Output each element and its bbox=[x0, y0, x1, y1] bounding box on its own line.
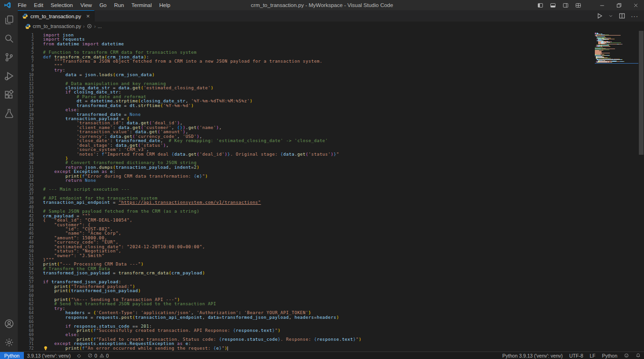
code-line[interactable]: 34 return None bbox=[18, 178, 644, 182]
code-line[interactable]: 23 'transaction_value': data.get('amount… bbox=[18, 130, 644, 134]
scrollbar-thumb[interactable] bbox=[639, 31, 644, 155]
explorer-icon[interactable] bbox=[0, 10, 18, 29]
settings-gear-icon[interactable] bbox=[0, 333, 18, 352]
tab-close-icon[interactable]: × bbox=[86, 13, 90, 19]
code-line[interactable]: 53print("--- Processing CRM Data ---") bbox=[18, 262, 644, 266]
line-number[interactable]: 72 bbox=[18, 346, 34, 351]
code-line[interactable]: 42crm_payload = """ bbox=[18, 214, 644, 218]
eol-status[interactable]: LF bbox=[586, 352, 599, 359]
code-line[interactable]: 19 transformed_date = None bbox=[18, 112, 644, 116]
code-line[interactable]: 3from datetime import datetime bbox=[18, 42, 644, 46]
code-line[interactable]: 14 if closing_date_str: bbox=[18, 90, 644, 94]
code-line[interactable]: 50 "status": "Negotiation", bbox=[18, 249, 644, 253]
menu-selection[interactable]: Selection bbox=[47, 0, 76, 10]
code-line[interactable]: 7 """Transforms a JSON object fetched fr… bbox=[18, 59, 644, 64]
problems-status[interactable]: 0 0 bbox=[84, 352, 112, 359]
code-line[interactable]: 24 'currency': data.get('currency_code',… bbox=[18, 134, 644, 138]
code-line[interactable]: 63 try: bbox=[18, 306, 644, 310]
code-line[interactable]: 65 response = requests.post(transaction_… bbox=[18, 315, 644, 319]
code-line[interactable]: 1import json bbox=[18, 33, 644, 37]
interpreter-status[interactable]: 3.9.13 ('venv': venv) bbox=[24, 352, 74, 359]
code-line[interactable]: 30 # Convert transformed dictionary to J… bbox=[18, 161, 644, 165]
code-line[interactable]: 68 print(f"Successfully created transact… bbox=[18, 328, 644, 332]
code-line[interactable]: 8 """ bbox=[18, 64, 644, 68]
code-line[interactable]: 49 "estimated_closing_date": "2024-12-20… bbox=[18, 244, 644, 249]
code-line[interactable]: 32 except Exception as e: bbox=[18, 170, 644, 174]
more-actions-icon[interactable]: ··· bbox=[631, 13, 638, 20]
code-line[interactable]: 22 'client_name': data.get('customer', {… bbox=[18, 125, 644, 129]
code-line[interactable]: 57if transformed_json_payload: bbox=[18, 280, 644, 284]
run-python-file-icon[interactable] bbox=[596, 13, 603, 19]
restore-icon[interactable] bbox=[610, 0, 627, 10]
code-line[interactable]: 56 bbox=[18, 275, 644, 280]
code-line[interactable]: 27 'source_system': 'CRM_v3', bbox=[18, 147, 644, 151]
toggle-sidebar-icon[interactable] bbox=[537, 2, 543, 8]
breadcrumb-more[interactable]: ... bbox=[98, 23, 102, 29]
code-line[interactable]: 29 } bbox=[18, 156, 644, 160]
code-line[interactable]: 60 bbox=[18, 293, 644, 297]
code-line[interactable]: 35 bbox=[18, 183, 644, 187]
accounts-icon[interactable] bbox=[0, 314, 18, 333]
code-line[interactable]: 59 print(transformed_json_payload) bbox=[18, 288, 644, 293]
lightbulb-icon[interactable] bbox=[44, 346, 48, 351]
code-line[interactable]: 67 if response.status_code == 201: bbox=[18, 324, 644, 328]
code-line[interactable]: 47 "amount": 15000.00, bbox=[18, 236, 644, 240]
search-icon[interactable] bbox=[0, 29, 18, 48]
code-line[interactable]: 17 transformed_date = dt.strftime('%Y-%m… bbox=[18, 103, 644, 108]
toggle-panel-icon[interactable] bbox=[550, 2, 556, 8]
code-line[interactable]: 18 else: bbox=[18, 108, 644, 112]
menu-terminal[interactable]: Terminal bbox=[128, 0, 155, 10]
code-line[interactable]: 48 "currency_code": "EUR", bbox=[18, 240, 644, 244]
code-line[interactable]: 70 print(f"Failed to create transaction.… bbox=[18, 337, 644, 341]
code-line[interactable]: 38# API endpoint for the transaction sys… bbox=[18, 196, 644, 200]
menu-help[interactable]: Help bbox=[155, 0, 174, 10]
breadcrumb-file[interactable]: crm_to_transaction.py bbox=[25, 23, 81, 29]
code-line[interactable]: 69 else: bbox=[18, 333, 644, 337]
menu-view[interactable]: View bbox=[77, 0, 96, 10]
code-line[interactable]: 20 transaction_payload = { bbox=[18, 116, 644, 121]
language-mode-status[interactable]: Python bbox=[599, 352, 621, 359]
code-line[interactable]: 40 bbox=[18, 205, 644, 209]
code-line[interactable]: 31 return json.dumps(transaction_payload… bbox=[18, 165, 644, 169]
code-line[interactable]: 11 bbox=[18, 77, 644, 81]
minimap[interactable] bbox=[595, 31, 638, 64]
code-line[interactable]: 5# Function to transform CRM data for tr… bbox=[18, 50, 644, 55]
code-line[interactable]: 52}""" bbox=[18, 258, 644, 262]
code-line[interactable]: 15 # Parse date and reformat bbox=[18, 94, 644, 99]
code-line[interactable]: 12 # Data manipulation and key renaming bbox=[18, 81, 644, 86]
code-line[interactable]: 39transaction_api_endpoint = "https://ap… bbox=[18, 201, 644, 205]
tab-crm-to-transaction[interactable]: crm_to_transaction.py × bbox=[18, 10, 95, 22]
run-and-debug-icon[interactable] bbox=[0, 66, 18, 85]
code-line[interactable]: 46 "name": "Acme Corp", bbox=[18, 231, 644, 236]
split-editor-icon[interactable] bbox=[619, 13, 625, 19]
code-line[interactable]: 28 'notes': f"Imported from CRM deal {da… bbox=[18, 152, 644, 156]
minimize-icon[interactable] bbox=[593, 0, 610, 10]
breadcrumb-symbol[interactable] bbox=[87, 23, 92, 29]
menu-go[interactable]: Go bbox=[95, 0, 110, 10]
code-line[interactable]: 61 print("\n--- Sending to Transaction A… bbox=[18, 297, 644, 302]
menu-edit[interactable]: Edit bbox=[30, 0, 47, 10]
code-line[interactable]: 54# Transform the CRM Data bbox=[18, 266, 644, 271]
code-line[interactable]: 45 "id": "CUST-882", bbox=[18, 227, 644, 231]
run-dropdown-chevron-icon[interactable] bbox=[608, 13, 613, 19]
code-line[interactable]: 64 headers = {'Content-Type': 'applicati… bbox=[18, 311, 644, 315]
close-window-icon[interactable] bbox=[627, 0, 644, 10]
code-line[interactable]: 41# Sample JSON payload fetched from the… bbox=[18, 209, 644, 214]
code-line[interactable]: 62 # Send the transformed JSON payload t… bbox=[18, 302, 644, 306]
testing-icon[interactable] bbox=[0, 104, 18, 122]
code-editor[interactable]: 1import json2import requests3from dateti… bbox=[18, 31, 644, 352]
code-line[interactable]: 44 "customer": { bbox=[18, 223, 644, 227]
feedback-icon[interactable] bbox=[621, 352, 632, 359]
extensions-icon[interactable] bbox=[0, 85, 18, 104]
code-line[interactable]: 43{ "deal_id": "CRM-DEAL-10054", bbox=[18, 218, 644, 222]
code-line[interactable]: 25 'close_date': transformed_date, # Key… bbox=[18, 139, 644, 143]
code-line[interactable]: 4 bbox=[18, 46, 644, 50]
code-line[interactable]: 6def transform_crm_data(crm_json_data): bbox=[18, 55, 644, 59]
code-line[interactable]: 13 closing_date_str = data.get('estimate… bbox=[18, 86, 644, 90]
notifications-bell-icon[interactable] bbox=[632, 352, 644, 359]
code-line[interactable]: 36# --- Main script execution --- bbox=[18, 187, 644, 191]
toggle-secondary-sidebar-icon[interactable] bbox=[563, 2, 569, 8]
code-line[interactable]: 72 print(f"An error occurred while sendi… bbox=[18, 346, 644, 350]
code-line[interactable]: 55transformed_json_payload = transform_c… bbox=[18, 271, 644, 275]
code-line[interactable]: 66 bbox=[18, 319, 644, 323]
